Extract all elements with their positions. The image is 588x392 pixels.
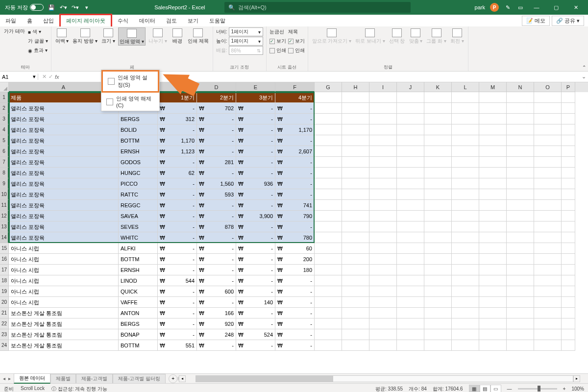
cell[interactable] (562, 178, 575, 189)
cell[interactable] (507, 329, 534, 340)
cell[interactable] (507, 200, 534, 211)
cell[interactable]: 앨리스 포장육 (9, 157, 119, 168)
row-header-13[interactable]: 13 (0, 221, 9, 232)
tab-view[interactable]: 보기 (182, 15, 204, 26)
cell[interactable]: ₩- (158, 211, 197, 221)
cell[interactable]: ₩- (197, 114, 236, 124)
cell[interactable] (315, 254, 342, 265)
cell[interactable] (452, 297, 479, 308)
cell[interactable] (342, 135, 369, 146)
horizontal-scrollbar[interactable] (196, 375, 573, 382)
theme-colors-button[interactable]: ■ 색 ▾ (28, 27, 48, 36)
cell[interactable] (562, 308, 575, 318)
cell[interactable] (424, 146, 452, 157)
cell[interactable]: 앨리스 포장육 (9, 124, 119, 135)
cell[interactable] (369, 243, 397, 254)
align-button[interactable]: 맞춤 ▾ (408, 27, 424, 45)
cell[interactable]: ₩- (236, 124, 275, 135)
cell[interactable]: ₩- (236, 189, 275, 200)
ribbon-display-icon[interactable]: ▭ (516, 3, 524, 11)
fx-icon[interactable]: fx (55, 74, 59, 80)
tab-formulas[interactable]: 수식 (112, 15, 134, 26)
cell[interactable]: ₩248 (197, 329, 236, 340)
cell[interactable] (562, 92, 575, 103)
ribbon-collapse-icon[interactable]: ⌃ (582, 65, 586, 70)
cell[interactable]: ₩- (158, 297, 197, 308)
cell[interactable]: PICCO (119, 178, 158, 189)
cell[interactable]: ₩- (236, 135, 275, 146)
cell[interactable] (479, 189, 507, 200)
cell[interactable] (424, 275, 452, 286)
cell[interactable] (369, 103, 397, 114)
cell[interactable] (424, 135, 452, 146)
col-header-J[interactable]: J (397, 82, 424, 92)
cell[interactable]: REGGC (119, 200, 158, 211)
cell[interactable] (369, 329, 397, 340)
tab-review[interactable]: 검토 (161, 15, 182, 26)
cell[interactable] (342, 286, 369, 297)
cell[interactable] (562, 114, 575, 124)
cell[interactable] (369, 286, 397, 297)
cell[interactable]: ₩- (158, 157, 197, 168)
cell[interactable] (534, 340, 562, 351)
sheet-nav-next-icon[interactable]: ▸ (8, 376, 11, 381)
cell[interactable] (562, 135, 575, 146)
cell[interactable]: ERNSH (119, 146, 158, 157)
cell[interactable]: ₩- (158, 178, 197, 189)
formula-expand-icon[interactable]: ⌄ (579, 74, 588, 80)
cell[interactable] (452, 232, 479, 243)
cell[interactable]: 아니스 시럽 (9, 265, 119, 275)
col-header-F[interactable]: F (275, 82, 315, 92)
cell[interactable]: ₩1,123 (158, 146, 197, 157)
cell[interactable] (342, 157, 369, 168)
cell[interactable]: 앨리스 포장육 (9, 168, 119, 178)
cell[interactable]: ₩- (275, 157, 315, 168)
confirm-formula-icon[interactable]: ✓ (49, 74, 53, 80)
margins-button[interactable]: 여백 ▾ (54, 27, 70, 45)
cell[interactable]: SAVEA (119, 211, 158, 221)
cell[interactable] (424, 297, 452, 308)
cell[interactable] (342, 114, 369, 124)
cell[interactable] (397, 168, 424, 178)
row-header-22[interactable]: 22 (0, 318, 9, 329)
cell[interactable]: ₩- (275, 114, 315, 124)
cell[interactable] (479, 232, 507, 243)
cell[interactable] (507, 157, 534, 168)
cell[interactable] (315, 124, 342, 135)
cell[interactable] (397, 286, 424, 297)
cell[interactable] (315, 135, 342, 146)
cell[interactable] (507, 146, 534, 157)
cell[interactable] (424, 265, 452, 275)
cell[interactable] (342, 221, 369, 232)
cell[interactable]: 아니스 시럽 (9, 243, 119, 254)
row-header-15[interactable]: 15 (0, 243, 9, 254)
cell[interactable] (479, 243, 507, 254)
col-header-H[interactable]: H (342, 82, 369, 92)
cell[interactable] (369, 189, 397, 200)
cell[interactable] (452, 200, 479, 211)
cell[interactable] (534, 200, 562, 211)
cell[interactable] (424, 340, 452, 351)
cell[interactable] (534, 265, 562, 275)
cell[interactable]: ₩- (275, 275, 315, 286)
cell[interactable] (369, 211, 397, 221)
cell[interactable]: ₩593 (197, 189, 236, 200)
cell[interactable] (342, 318, 369, 329)
cell[interactable] (315, 92, 342, 103)
cell[interactable]: RATTC (119, 189, 158, 200)
cell[interactable] (479, 146, 507, 157)
cell[interactable] (397, 146, 424, 157)
cell[interactable]: ₩- (158, 318, 197, 329)
cell[interactable] (452, 265, 479, 275)
cell[interactable] (424, 329, 452, 340)
cell[interactable] (342, 168, 369, 178)
cell[interactable] (424, 254, 452, 265)
cell[interactable]: 아니스 시럽 (9, 297, 119, 308)
cell[interactable] (452, 318, 479, 329)
cell[interactable] (507, 178, 534, 189)
cell[interactable]: 보스톤산 게살 통조림 (9, 329, 119, 340)
sheet-nav-prev-icon[interactable]: ◂ (3, 376, 5, 381)
cell[interactable] (534, 318, 562, 329)
cell[interactable] (452, 103, 479, 114)
cell[interactable] (315, 211, 342, 221)
